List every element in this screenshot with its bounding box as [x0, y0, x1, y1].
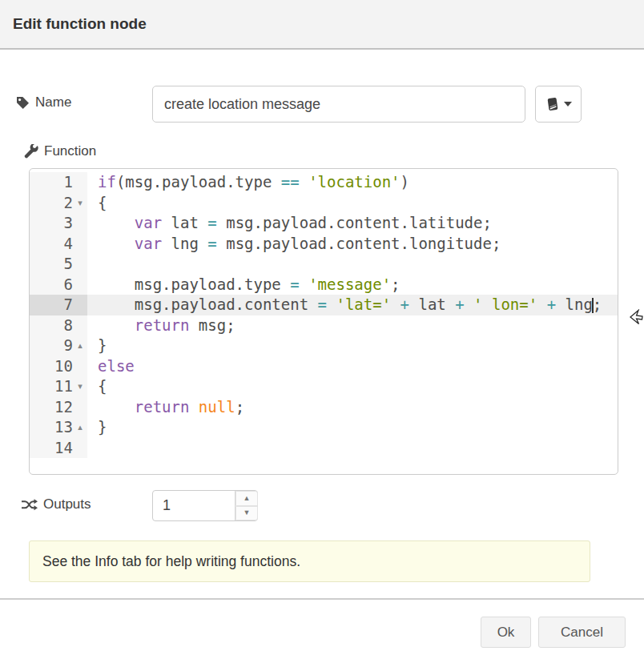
gutter-line-number: 13▴ [30, 417, 87, 438]
gutter-line-number: 12 [30, 397, 87, 418]
gutter-line-number: 8 [30, 315, 87, 336]
code-line[interactable]: 8 return msg; [30, 315, 618, 336]
code-line[interactable]: 4 var lng = msg.payload.content.longitud… [30, 234, 618, 255]
code-line-text: { [87, 376, 618, 397]
code-lines: 1if(msg.payload.type == 'location')2▾{3 … [30, 172, 618, 458]
info-tip: See the Info tab for help writing functi… [29, 540, 590, 582]
code-line[interactable]: 1if(msg.payload.type == 'location') [30, 172, 618, 193]
code-editor[interactable]: 1if(msg.payload.type == 'location')2▾{3 … [29, 168, 618, 475]
code-line-text: } [87, 417, 618, 438]
gutter-line-number: 1 [30, 172, 87, 193]
code-line[interactable]: 7 msg.payload.content = 'lat=' + lat + '… [30, 295, 618, 315]
gutter-line-number: 3 [30, 213, 87, 234]
footer-divider [0, 598, 644, 600]
spinner-buttons: ▲ ▼ [235, 491, 258, 520]
caret-up-icon: ▲ [244, 495, 251, 502]
code-line-text: else [87, 356, 618, 377]
code-line-text: { [87, 193, 618, 214]
fold-spacer [73, 356, 87, 377]
fold-down-icon[interactable]: ▾ [73, 193, 87, 214]
code-line[interactable]: 12 return null; [30, 397, 618, 418]
name-label-text: Name [35, 94, 71, 110]
info-tip-text: See the Info tab for help writing functi… [42, 553, 300, 570]
dialog-header: Edit function node [0, 0, 644, 50]
gutter-line-number: 11▾ [30, 376, 87, 397]
code-line-text: return null; [87, 397, 618, 418]
outputs-label: Outputs [21, 496, 91, 512]
book-icon [545, 97, 560, 111]
code-line[interactable]: 3 var lat = msg.payload.content.latitude… [30, 213, 618, 234]
code-line-text [87, 438, 618, 459]
outputs-spinner: ▲ ▼ [152, 490, 258, 521]
code-line[interactable]: 6 msg.payload.type = 'message'; [30, 275, 618, 295]
fold-spacer [73, 438, 87, 459]
code-line[interactable]: 10else [30, 356, 618, 377]
code-line-text: msg.payload.type = 'message'; [87, 275, 618, 295]
outputs-input[interactable] [153, 491, 235, 520]
gutter-line-number: 10 [30, 356, 87, 377]
code-line-text: return msg; [87, 315, 618, 336]
code-line-text: } [87, 336, 618, 356]
fold-spacer [73, 315, 87, 336]
code-line-text: msg.payload.content = 'lat=' + lat + ' l… [87, 295, 618, 315]
spinner-up-button[interactable]: ▲ [235, 491, 258, 506]
cancel-button[interactable]: Cancel [538, 617, 626, 648]
code-line-text: if(msg.payload.type == 'location') [87, 172, 618, 193]
code-line[interactable]: 2▾{ [30, 193, 618, 214]
fold-up-icon[interactable]: ▴ [73, 417, 87, 438]
mouse-cursor-icon [630, 309, 644, 327]
code-line[interactable]: 14 [30, 438, 618, 459]
code-line[interactable]: 5 [30, 254, 618, 275]
spinner-down-button[interactable]: ▼ [235, 506, 258, 521]
gutter-line-number: 7 [30, 295, 87, 315]
fold-spacer [73, 275, 87, 295]
gutter-line-number: 5 [30, 254, 87, 275]
gutter-line-number: 14 [30, 438, 87, 459]
name-label: Name [16, 94, 71, 110]
shuffle-icon [21, 498, 38, 512]
fold-spacer [73, 234, 87, 255]
tag-icon [16, 96, 30, 110]
code-line[interactable]: 9▴} [30, 336, 618, 356]
caret-down-icon: ▼ [244, 509, 251, 516]
function-label-text: Function [44, 143, 96, 159]
fold-down-icon[interactable]: ▾ [73, 376, 87, 397]
fold-spacer [73, 213, 87, 234]
fold-spacer [73, 172, 87, 193]
code-line-text: var lat = msg.payload.content.latitude; [87, 213, 618, 234]
edit-function-dialog: Edit function node Name Function 1if(msg… [0, 0, 644, 663]
gutter-line-number: 2▾ [30, 193, 87, 214]
code-line-text: var lng = msg.payload.content.longitude; [87, 234, 618, 255]
gutter-line-number: 6 [30, 275, 87, 295]
gutter-line-number: 9▴ [30, 336, 87, 356]
dialog-title: Edit function node [13, 0, 147, 48]
code-line[interactable]: 11▾{ [30, 376, 618, 397]
fold-up-icon[interactable]: ▴ [73, 336, 87, 356]
name-input[interactable] [152, 86, 525, 123]
outputs-label-text: Outputs [43, 496, 91, 512]
library-button[interactable] [535, 86, 582, 123]
caret-down-icon [564, 102, 572, 106]
code-line[interactable]: 13▴} [30, 417, 618, 438]
fold-spacer [73, 295, 87, 315]
ok-button[interactable]: Ok [481, 617, 531, 648]
wrench-icon [24, 144, 38, 159]
fold-spacer [73, 254, 87, 275]
fold-spacer [73, 397, 87, 418]
code-line-text [87, 254, 618, 275]
function-label: Function [24, 143, 96, 159]
gutter-line-number: 4 [30, 234, 87, 255]
